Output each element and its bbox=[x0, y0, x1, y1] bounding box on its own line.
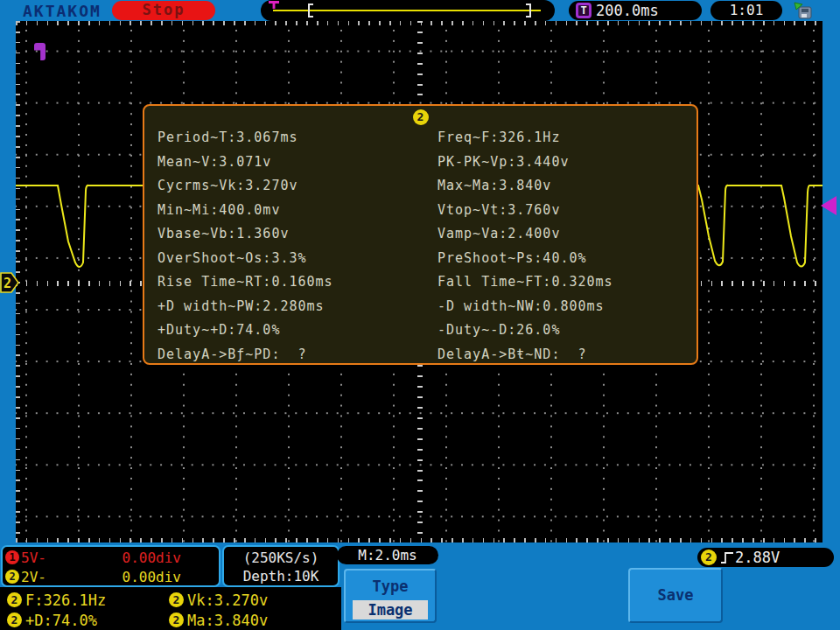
window-left-bracket-icon bbox=[308, 4, 313, 18]
trigger-time-value: 200.0ms bbox=[596, 2, 659, 19]
measurement-badge: 2 bbox=[169, 592, 184, 607]
trigger-position-marker-icon bbox=[269, 1, 279, 9]
measurement-value: +D:74.0% bbox=[25, 612, 97, 629]
sample-rate: (250KS/s) bbox=[224, 549, 338, 567]
measurement-badge: 2 bbox=[7, 612, 22, 627]
measurement-row: Vbase~Vb:1.360v bbox=[158, 222, 420, 247]
quick-measurement: 2 Ma:3.840v bbox=[162, 612, 324, 629]
quick-measurements: 2 F:326.1Hz 2 Vk:3.270v 2 +D:74.0% 2 Ma:… bbox=[0, 587, 341, 630]
type-menu-button[interactable]: Type Image bbox=[344, 569, 437, 623]
ch1-badge: 1 bbox=[5, 550, 19, 564]
measurement-row: Vtop~Vt:3.760v bbox=[438, 199, 700, 223]
ch1-status-row: 1 5V- 0.00div bbox=[4, 549, 214, 566]
measurement-row: -D width~NW:0.800ms bbox=[438, 295, 700, 319]
brand-logo: AKTAKOM bbox=[23, 2, 102, 20]
measurement-value: Vk:3.270v bbox=[187, 592, 268, 609]
svg-text:2: 2 bbox=[4, 276, 11, 291]
measurement-column-right: Freq~F:326.1Hz PK-PK~Vp:3.440v Max~Ma:3.… bbox=[438, 126, 700, 367]
ch2-scale: 2V- bbox=[21, 569, 46, 585]
channel-status-box: 1 5V- 0.00div 2 2V- 0.00div bbox=[1, 545, 220, 587]
measurement-row: -Duty~-D:26.0% bbox=[438, 318, 700, 343]
trigger-channel-badge: 2 bbox=[701, 550, 717, 565]
trigger-time-readout: T 200.0ms bbox=[569, 1, 702, 20]
measurement-value: F:326.1Hz bbox=[25, 592, 106, 609]
ch1-position: 0.00div bbox=[122, 550, 181, 566]
measurement-row: PreShoot~Ps:40.0% bbox=[438, 247, 700, 271]
measurement-row: +Duty~+D:74.0% bbox=[158, 318, 420, 343]
trigger-level-arrow[interactable] bbox=[821, 196, 836, 215]
measurement-row: Freq~F:326.1Hz bbox=[438, 126, 700, 150]
ch2-badge: 2 bbox=[5, 570, 19, 584]
measurement-column-left: Period~T:3.067ms Mean~V:3.071v Cycrms~Vk… bbox=[158, 126, 420, 367]
type-selected-option[interactable]: Image bbox=[353, 600, 428, 620]
rising-edge-icon bbox=[720, 550, 735, 565]
run-state-badge: Stop bbox=[112, 1, 215, 20]
trigger-t-icon: T bbox=[576, 3, 592, 18]
timebase-readout: M:2.0ms bbox=[337, 546, 438, 564]
measurement-row: Rise Time~RT:0.160ms bbox=[158, 270, 420, 295]
clock: 1:01 bbox=[710, 1, 782, 20]
measurement-row: Cycrms~Vk:3.270v bbox=[158, 174, 420, 199]
panel-channel-badge: 2 bbox=[413, 109, 429, 125]
usb-disk-icon bbox=[793, 2, 814, 20]
trigger-level-readout: 2 2.88V bbox=[697, 548, 834, 567]
measurement-row: Min~Mi:400.0mv bbox=[158, 199, 420, 223]
ch1-scale: 5V- bbox=[21, 550, 46, 566]
measurement-row: Period~T:3.067ms bbox=[158, 126, 420, 150]
measurement-row: DelayA->Bŧ~ND: ? bbox=[438, 343, 700, 368]
measurement-row: Fall Time~FT:0.320ms bbox=[438, 270, 700, 295]
quick-measurement: 2 F:326.1Hz bbox=[0, 592, 162, 609]
measurement-badge: 2 bbox=[7, 592, 22, 607]
measurement-row: PK-PK~Vp:3.440v bbox=[438, 150, 700, 175]
quick-measurement: 2 +D:74.0% bbox=[0, 612, 162, 629]
measurement-row: Max~Ma:3.840v bbox=[438, 174, 700, 199]
trigger-position-bar[interactable] bbox=[261, 0, 555, 21]
measurement-row: DelayA->Bƒ~PD: ? bbox=[158, 343, 420, 368]
measurement-row: Mean~V:3.071v bbox=[158, 150, 420, 175]
ch2-level-marker[interactable]: 2 bbox=[0, 272, 20, 294]
window-right-bracket-icon bbox=[526, 4, 531, 18]
measurement-badge: 2 bbox=[169, 612, 184, 627]
ch2-position: 0.00div bbox=[122, 569, 181, 585]
trigger-level-value: 2.88V bbox=[735, 549, 780, 566]
quick-measurement: 2 Vk:3.270v bbox=[162, 592, 324, 609]
ch2-status-row: 2 2V- 0.00div bbox=[4, 568, 214, 585]
measurement-row: OverShoot~Os:3.3% bbox=[158, 247, 420, 271]
type-label: Type bbox=[346, 578, 435, 595]
measurement-row: +D width~PW:2.280ms bbox=[158, 295, 420, 319]
measurement-row: Vamp~Va:2.400v bbox=[438, 222, 700, 247]
memory-depth: Depth:10K bbox=[224, 567, 338, 585]
measurement-panel: 2 Period~T:3.067ms Mean~V:3.071v Cycrms~… bbox=[143, 104, 698, 365]
acquisition-box: (250KS/s) Depth:10K bbox=[222, 545, 340, 587]
measurement-value: Ma:3.840v bbox=[187, 612, 268, 629]
save-button[interactable]: Save bbox=[628, 568, 723, 623]
